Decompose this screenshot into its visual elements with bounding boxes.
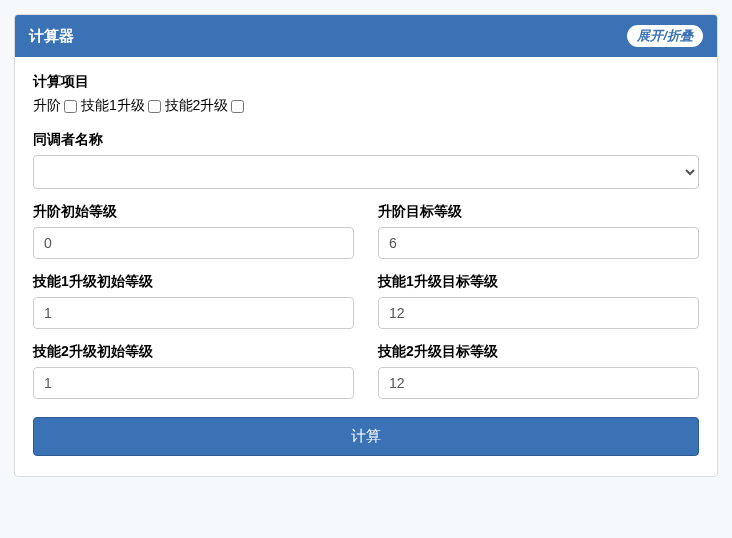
promote-start-input[interactable] — [33, 227, 354, 259]
skill2-target-input[interactable] — [378, 367, 699, 399]
panel-header: 计算器 展开/折叠 — [15, 15, 717, 57]
skill2-target-group: 技能2升级目标等级 — [378, 343, 699, 399]
skill1-checkbox[interactable] — [148, 100, 161, 113]
promote-target-input[interactable] — [378, 227, 699, 259]
promote-checkbox[interactable] — [64, 100, 77, 113]
panel-title: 计算器 — [29, 27, 74, 46]
skill1-checkbox-label: 技能1升级 — [81, 97, 145, 113]
calc-items-label: 计算项目 — [33, 73, 699, 91]
character-name-select[interactable] — [33, 155, 699, 189]
character-name-group: 同调者名称 — [33, 131, 699, 189]
skill1-target-label: 技能1升级目标等级 — [378, 273, 699, 291]
skill2-checkbox-label: 技能2升级 — [165, 97, 229, 113]
skill1-target-group: 技能1升级目标等级 — [378, 273, 699, 329]
skill1-start-label: 技能1升级初始等级 — [33, 273, 354, 291]
promote-target-group: 升阶目标等级 — [378, 203, 699, 259]
skill2-checkbox[interactable] — [231, 100, 244, 113]
skill2-target-label: 技能2升级目标等级 — [378, 343, 699, 361]
checkbox-row: 升阶 技能1升级 技能2升级 — [33, 97, 699, 115]
skill2-start-label: 技能2升级初始等级 — [33, 343, 354, 361]
promote-checkbox-label: 升阶 — [33, 97, 61, 113]
toggle-collapse-button[interactable]: 展开/折叠 — [627, 25, 703, 47]
skill1-target-input[interactable] — [378, 297, 699, 329]
skill2-start-input[interactable] — [33, 367, 354, 399]
panel-body: 计算项目 升阶 技能1升级 技能2升级 同调者名称 升阶初始等级 升阶目标等级 — [15, 57, 717, 476]
promote-start-label: 升阶初始等级 — [33, 203, 354, 221]
skill1-start-input[interactable] — [33, 297, 354, 329]
calculate-button[interactable]: 计算 — [33, 417, 699, 456]
skill1-start-group: 技能1升级初始等级 — [33, 273, 354, 329]
calculator-panel: 计算器 展开/折叠 计算项目 升阶 技能1升级 技能2升级 同调者名称 升阶初始… — [14, 14, 718, 477]
character-name-label: 同调者名称 — [33, 131, 699, 149]
skill2-start-group: 技能2升级初始等级 — [33, 343, 354, 399]
promote-target-label: 升阶目标等级 — [378, 203, 699, 221]
promote-start-group: 升阶初始等级 — [33, 203, 354, 259]
